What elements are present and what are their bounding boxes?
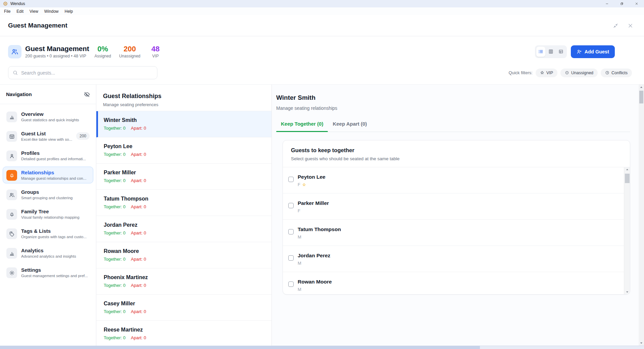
apart-count: Apart: 0: [131, 257, 146, 262]
together-count: Together: 0: [104, 152, 126, 157]
navigation-sidebar: Navigation OverviewGuest statistics and …: [0, 85, 96, 346]
sidebar-item-settings[interactable]: SettingsGuest management settings and pr…: [3, 264, 93, 281]
guest-counts: Together: 0Apart: 0: [104, 309, 265, 314]
sidebar-item-groups[interactable]: GroupsSmart grouping and clustering: [3, 186, 93, 203]
close-panel-button[interactable]: [628, 23, 633, 29]
scroll-up-arrow[interactable]: [624, 167, 630, 172]
guest-counts: Together: 0Apart: 0: [104, 152, 265, 157]
guest-row-phoenix-martinez[interactable]: Phoenix MartinezTogether: 0Apart: 0: [96, 268, 271, 295]
search-input[interactable]: [21, 70, 153, 76]
keep-together-checkbox[interactable]: [288, 177, 294, 182]
keep-together-options: Peyton LeeFParker MillerFTatum ThompsonM…: [283, 167, 624, 294]
guest-row-parker-miller[interactable]: Parker MillerTogether: 0Apart: 0: [96, 164, 271, 190]
vip-star-icon: [302, 183, 306, 187]
guest-counts: Together: 0Apart: 0: [104, 178, 265, 183]
keep-together-option-jordan-perez[interactable]: Jordan PerezM: [283, 246, 624, 272]
apart-count: Apart: 0: [131, 152, 146, 157]
keep-together-checkbox[interactable]: [288, 255, 294, 261]
search-icon: [13, 70, 18, 75]
gender-label: M: [298, 261, 301, 266]
sidebar-item-tags-lists[interactable]: Tags & ListsOrganize guests with tags an…: [3, 225, 93, 242]
sidebar-item-label: Family Tree: [21, 209, 90, 214]
collapse-panel-button[interactable]: [613, 23, 618, 29]
menu-item-window[interactable]: Window: [41, 8, 62, 15]
keep-together-option-rowan-moore[interactable]: Rowan MooreM: [283, 272, 624, 294]
tab-keep-apart[interactable]: Keep Apart (0): [328, 121, 371, 132]
together-count: Together: 0: [104, 230, 126, 235]
guest-row-casey-miller[interactable]: Casey MillerTogether: 0Apart: 0: [96, 295, 271, 321]
keep-together-option-parker-miller[interactable]: Parker MillerF: [283, 193, 624, 220]
view-mode-toggle: [535, 45, 567, 58]
minimize-button[interactable]: [600, 0, 614, 7]
detail-tabs: Keep Together (0)Keep Apart (0): [276, 121, 630, 132]
sidebar-item-overview[interactable]: OverviewGuest statistics and quick insig…: [3, 108, 93, 125]
sidebar-item-description: Guest statistics and quick insights: [21, 118, 90, 122]
keep-together-checkbox[interactable]: [288, 229, 294, 234]
menu-item-view[interactable]: View: [27, 8, 41, 15]
bell-icon: [9, 212, 15, 217]
page-title: Guest Management: [8, 22, 67, 29]
close-icon: [628, 23, 633, 29]
apart-count: Apart: 0: [131, 309, 146, 314]
stat-assigned: 0%Assigned: [95, 45, 111, 58]
view-toggle-table[interactable]: [556, 47, 565, 57]
guest-row-winter-smith[interactable]: Winter SmithTogether: 0Apart: 0: [96, 111, 271, 137]
sidebar-item-profiles[interactable]: ProfilesDetailed guest profiles and info…: [3, 147, 93, 164]
guest-name: Casey Miller: [104, 300, 265, 307]
quick-filter-vip[interactable]: VIP: [536, 69, 557, 77]
guest-row-jordan-perez[interactable]: Jordan PerezTogether: 0Apart: 0: [96, 216, 271, 242]
tab-keep-together[interactable]: Keep Together (0): [276, 121, 328, 132]
sidebar-item-description: Excel-like table view with so...: [21, 137, 73, 142]
quick-filter-unassigned[interactable]: Unassigned: [560, 69, 598, 77]
sidebar-item-family-tree[interactable]: Family TreeVisual family relationship ma…: [3, 206, 93, 222]
scrollbar-thumb[interactable]: [639, 91, 643, 103]
search-box: [8, 66, 157, 79]
menu-item-help[interactable]: Help: [62, 8, 76, 15]
scroll-down-arrow[interactable]: [639, 340, 644, 346]
scrollbar-thumb[interactable]: [0, 346, 480, 349]
guest-row-reese-martinez[interactable]: Reese MartinezTogether: 0Apart: 0: [96, 321, 271, 346]
apart-count: Apart: 0: [131, 204, 146, 209]
keep-together-checkbox[interactable]: [288, 281, 294, 287]
guest-row-rowan-moore[interactable]: Rowan MooreTogether: 0Apart: 0: [96, 242, 271, 268]
scrollbar-thumb[interactable]: [625, 174, 630, 183]
menu-item-file[interactable]: File: [1, 8, 13, 15]
scroll-down-arrow[interactable]: [624, 290, 630, 294]
sidebar-item-description: Detailed guest profiles and informati...: [21, 157, 90, 161]
relationships-panel-title: Guest Relationships: [103, 93, 265, 100]
maximize-restore-button[interactable]: [614, 0, 629, 7]
close-window-button[interactable]: [629, 0, 644, 7]
quick-filter-label: Conflicts: [611, 71, 628, 75]
add-guest-button[interactable]: Add Guest: [571, 45, 615, 58]
sidebar-item-analytics[interactable]: AnalyticsAdvanced analytics and insights: [3, 245, 93, 261]
quick-filter-conflicts[interactable]: Conflicts: [601, 69, 632, 77]
keep-together-option-tatum-thompson[interactable]: Tatum ThompsonM: [283, 220, 624, 246]
keep-together-checkbox[interactable]: [288, 203, 294, 208]
gender-label: F: [298, 182, 300, 187]
stat-value: 0%: [95, 45, 111, 53]
guest-name: Reese Martinez: [104, 326, 265, 333]
main-content: Navigation OverviewGuest statistics and …: [0, 85, 644, 346]
hide-sidebar-button[interactable]: [84, 91, 90, 97]
menu-bar: FileEditViewWindowHelp: [0, 7, 644, 15]
stat-vip: 48VIP: [148, 45, 162, 58]
sidebar-item-description: Guest management settings and pref...: [21, 274, 90, 278]
quick-filters: Quick filters: VIPUnassignedConflicts: [508, 69, 636, 77]
close-icon: [635, 2, 639, 6]
guest-row-peyton-lee[interactable]: Peyton LeeTogether: 0Apart: 0: [96, 137, 271, 164]
triangle-up-icon: [640, 86, 643, 89]
view-toggle-grid[interactable]: [546, 47, 555, 57]
sidebar-item-guest-list[interactable]: Guest ListExcel-like table view with so.…: [3, 128, 93, 144]
view-toggle-list[interactable]: [536, 47, 545, 57]
view-table-icon: [558, 49, 563, 54]
guest-row-tatum-thompson[interactable]: Tatum ThompsonTogether: 0Apart: 0: [96, 190, 271, 216]
sidebar-item-relationships[interactable]: RelationshipsManage guest relationships …: [3, 167, 93, 183]
stat-label: VIP: [148, 54, 162, 58]
menu-item-edit[interactable]: Edit: [13, 8, 27, 15]
guest-name: Peyton Lee: [104, 143, 265, 149]
quick-filter-label: Unassigned: [571, 71, 593, 75]
scroll-up-arrow[interactable]: [639, 85, 644, 90]
option-guest-name: Parker Miller: [298, 200, 329, 206]
keep-together-option-peyton-lee[interactable]: Peyton LeeF: [283, 167, 624, 193]
sidebar-item-label: Guest List: [21, 131, 73, 136]
